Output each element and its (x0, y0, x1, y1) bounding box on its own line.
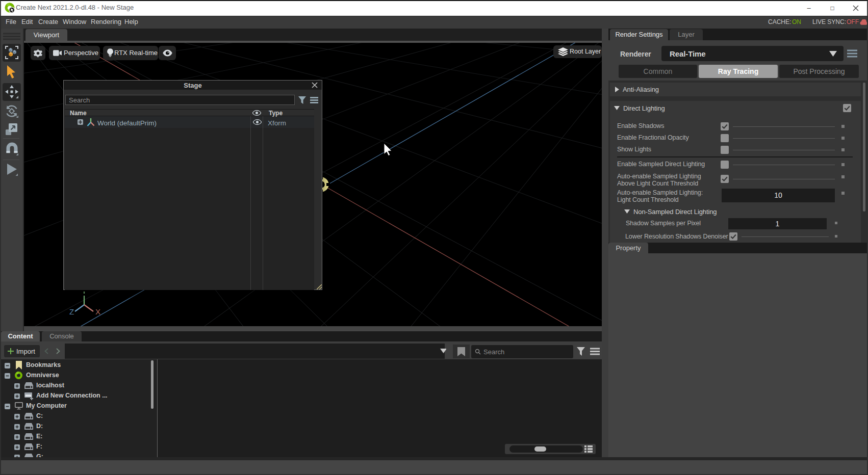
svg-text:Z: Z (69, 307, 74, 316)
svg-text:X: X (95, 307, 100, 316)
